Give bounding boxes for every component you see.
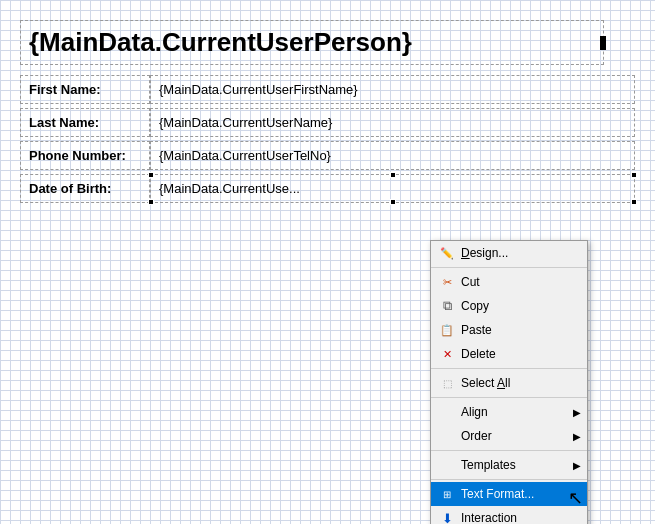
menu-label-align: Align (461, 405, 579, 419)
handle-tl (148, 172, 154, 178)
value-firstname[interactable]: {MainData.CurrentUserFirstName} (150, 75, 635, 104)
menu-item-order[interactable]: Order ▶ (431, 424, 587, 448)
menu-label-interaction: Interaction (461, 511, 579, 524)
menu-label-delete: Delete (461, 347, 579, 361)
handle-tm (390, 172, 396, 178)
menu-label-templates: Templates (461, 458, 579, 472)
menu-item-align[interactable]: Align ▶ (431, 400, 587, 424)
title-field[interactable]: {MainData.CurrentUserPerson} (20, 20, 604, 65)
copy-icon: ⧉ (439, 298, 455, 314)
form-row-firstname: First Name: {MainData.CurrentUserFirstNa… (20, 75, 635, 104)
handle-tr (631, 172, 637, 178)
separator-2 (431, 368, 587, 369)
scissors-icon: ✂ (439, 274, 455, 290)
handle-br (631, 199, 637, 205)
menu-item-templates[interactable]: Templates ▶ (431, 453, 587, 477)
pencil-icon: ✏️ (439, 245, 455, 261)
form-row-dob: Date of Birth: {MainData.CurrentUse... (20, 174, 635, 203)
menu-label-order: Order (461, 429, 579, 443)
separator-5 (431, 479, 587, 480)
menu-item-paste[interactable]: 📋 Paste (431, 318, 587, 342)
title-text: {MainData.CurrentUserPerson} (29, 27, 412, 57)
templates-icon (439, 457, 455, 473)
value-phone[interactable]: {MainData.CurrentUserTelNo} (150, 141, 635, 170)
select-icon: ⬚ (439, 375, 455, 391)
label-firstname: First Name: (20, 75, 150, 104)
order-submenu-arrow: ▶ (573, 431, 581, 442)
paste-icon: 📋 (439, 322, 455, 338)
textformat-icon: ⊞ (439, 486, 455, 502)
menu-label-textformat: Text Format... (461, 487, 579, 501)
label-lastname: Last Name: (20, 108, 150, 137)
label-phone: Phone Number: (20, 141, 150, 170)
separator-1 (431, 267, 587, 268)
value-lastname[interactable]: {MainData.CurrentUserName} (150, 108, 635, 137)
menu-label-design: Design... (461, 246, 579, 260)
interaction-icon: ⬇ (439, 510, 455, 524)
order-icon (439, 428, 455, 444)
menu-item-textformat[interactable]: ⊞ Text Format... (431, 482, 587, 506)
value-dob[interactable]: {MainData.CurrentUse... (150, 174, 635, 203)
label-dob: Date of Birth: (20, 174, 150, 203)
align-icon (439, 404, 455, 420)
menu-item-selectall[interactable]: ⬚ Select All (431, 371, 587, 395)
handle-bl (148, 199, 154, 205)
templates-submenu-arrow: ▶ (573, 460, 581, 471)
separator-3 (431, 397, 587, 398)
handle-bm (390, 199, 396, 205)
separator-4 (431, 450, 587, 451)
menu-label-selectall: Select All (461, 376, 579, 390)
delete-icon: ✕ (439, 346, 455, 362)
align-submenu-arrow: ▶ (573, 407, 581, 418)
menu-item-interaction[interactable]: ⬇ Interaction (431, 506, 587, 524)
menu-item-copy[interactable]: ⧉ Copy (431, 294, 587, 318)
context-menu: ✏️ Design... ✂ Cut ⧉ Copy 📋 Paste ✕ Dele… (430, 240, 588, 524)
menu-item-design[interactable]: ✏️ Design... (431, 241, 587, 265)
form-row-phone: Phone Number: {MainData.CurrentUserTelNo… (20, 141, 635, 170)
form-row-lastname: Last Name: {MainData.CurrentUserName} (20, 108, 635, 137)
menu-label-copy: Copy (461, 299, 579, 313)
canvas-area: {MainData.CurrentUserPerson} First Name:… (0, 0, 655, 524)
menu-label-cut: Cut (461, 275, 579, 289)
form-area: {MainData.CurrentUserPerson} First Name:… (20, 20, 635, 207)
menu-item-cut[interactable]: ✂ Cut (431, 270, 587, 294)
menu-label-paste: Paste (461, 323, 579, 337)
menu-item-delete[interactable]: ✕ Delete (431, 342, 587, 366)
